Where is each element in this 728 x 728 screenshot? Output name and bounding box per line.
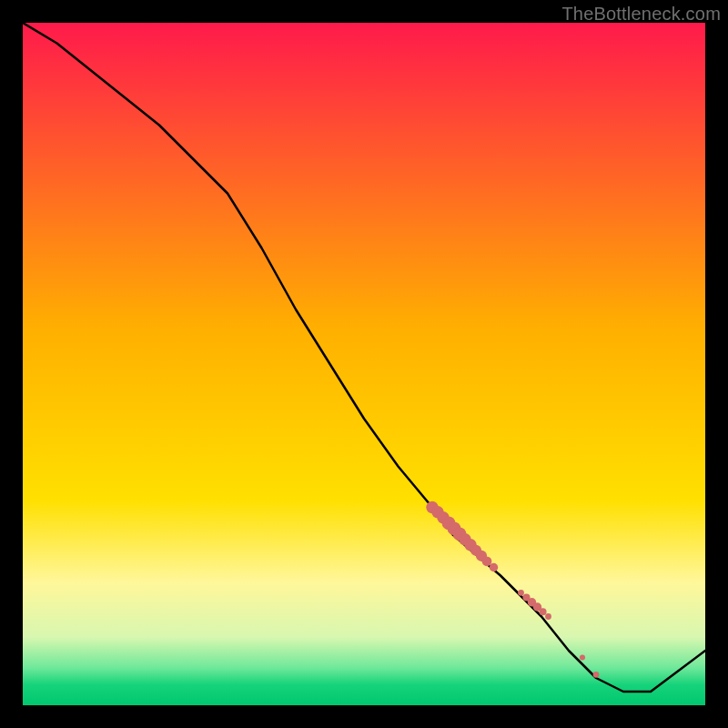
watermark-text: TheBottleneck.com (561, 4, 721, 25)
gradient-background (23, 23, 705, 705)
chart-svg (23, 23, 705, 705)
chart-frame: TheBottleneck.com (0, 0, 728, 728)
data-marker (580, 654, 585, 660)
data-marker (593, 672, 600, 678)
data-marker (518, 590, 524, 596)
data-marker (539, 608, 546, 615)
data-marker (545, 613, 551, 620)
data-marker (490, 563, 498, 571)
plot-area (23, 23, 705, 705)
data-marker (482, 556, 492, 566)
